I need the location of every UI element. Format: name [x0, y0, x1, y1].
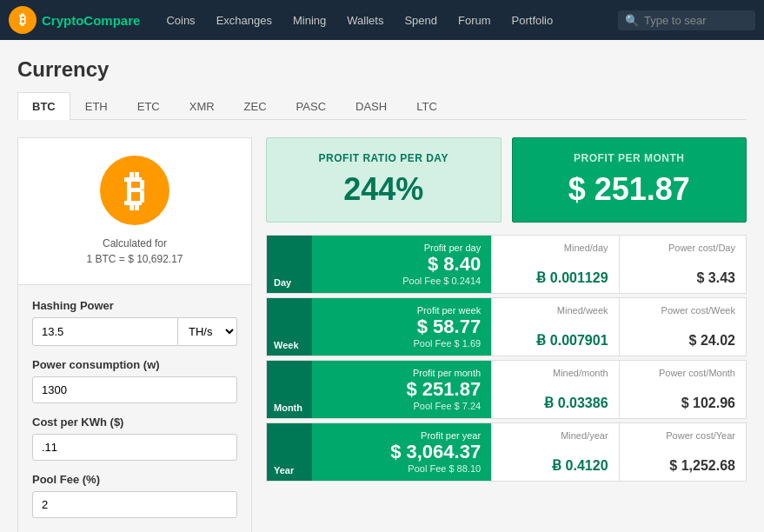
ratio-label: PROFIT RATIO PER DAY: [284, 152, 483, 164]
nav-forum[interactable]: Forum: [449, 3, 500, 37]
profit-row-month: Month Profit per month $ 251.87 Pool Fee…: [266, 360, 747, 419]
nav-wallets[interactable]: Wallets: [338, 3, 392, 37]
navbar: ₿ CryptoCompare Coins Exchanges Mining W…: [0, 0, 764, 40]
main-grid: ₿ Calculated for 1 BTC = $ 10,692.17 Has…: [17, 137, 747, 532]
mined-day: Mined/day Ƀ 0.001129: [491, 236, 618, 293]
power-month: Power cost/Month $ 102.96: [619, 361, 746, 418]
profit-main-week: Profit per week $ 58.77 Pool Fee $ 1.69: [312, 298, 491, 356]
profit-fee-year: Pool Fee $ 88.10: [322, 463, 481, 474]
pool-label: Pool Fee (%): [32, 473, 237, 486]
power-label: Power consumption (w): [32, 358, 237, 371]
mined-title-month: Mined/month: [502, 368, 608, 378]
tab-xmr[interactable]: XMR: [175, 92, 229, 120]
profit-fee-week: Pool Fee $ 1.69: [322, 338, 481, 349]
month-value: $ 251.87: [530, 171, 729, 208]
tab-btc[interactable]: BTC: [17, 92, 70, 120]
profit-fee-month: Pool Fee $ 7.24: [322, 401, 481, 411]
mined-year: Mined/year Ƀ 0.4120: [491, 423, 618, 481]
profit-title-day: Profit per day: [322, 243, 481, 253]
pool-input[interactable]: [32, 491, 237, 518]
period-label-day: Day: [267, 236, 312, 293]
page-title: Currency: [17, 57, 747, 82]
power-title-year: Power cost/Year: [630, 430, 735, 441]
hashing-unit-select[interactable]: TH/s GH/s MH/s: [178, 317, 237, 346]
profit-main-month: Profit per month $ 251.87 Pool Fee $ 7.2…: [312, 361, 491, 418]
nav-coins[interactable]: Coins: [157, 3, 203, 37]
profit-title-year: Profit per year: [322, 430, 481, 441]
right-panel: PROFIT RATIO PER DAY 244% PROFIT PER MON…: [266, 137, 747, 532]
search-icon: 🔍: [625, 14, 639, 27]
coin-display: ₿ Calculated for 1 BTC = $ 10,692.17: [17, 137, 252, 285]
logo[interactable]: ₿ CryptoCompare: [9, 6, 140, 34]
cost-input[interactable]: [32, 434, 237, 461]
currency-tabs: BTC ETH ETC XMR ZEC PASC DASH LTC: [17, 92, 747, 120]
nav-mining[interactable]: Mining: [284, 3, 335, 37]
profit-main-year: Profit per year $ 3,064.37 Pool Fee $ 88…: [312, 423, 491, 481]
profit-row-day: Day Profit per day $ 8.40 Pool Fee $ 0.2…: [266, 235, 747, 294]
profit-title-week: Profit per week: [322, 305, 481, 316]
mined-month: Mined/month Ƀ 0.03386: [491, 361, 618, 418]
power-title-month: Power cost/Month: [630, 368, 735, 378]
tab-dash[interactable]: DASH: [341, 92, 402, 120]
mined-value-month: Ƀ 0.03386: [502, 395, 608, 411]
power-week: Power cost/Week $ 24.02: [619, 298, 746, 356]
pool-group: Pool Fee (%): [32, 473, 237, 518]
profit-fee-day: Pool Fee $ 0.2414: [322, 276, 481, 286]
mined-title-year: Mined/year: [502, 430, 608, 441]
mined-value-day: Ƀ 0.001129: [502, 269, 608, 286]
profit-row-week: Week Profit per week $ 58.77 Pool Fee $ …: [266, 297, 747, 356]
tab-zec[interactable]: ZEC: [229, 92, 282, 120]
mined-value-year: Ƀ 0.4120: [502, 457, 608, 474]
nav-spend[interactable]: Spend: [395, 3, 446, 37]
profit-row-year: Year Profit per year $ 3,064.37 Pool Fee…: [266, 422, 747, 482]
profit-rows: Day Profit per day $ 8.40 Pool Fee $ 0.2…: [266, 235, 747, 482]
power-value-day: $ 3.43: [630, 270, 735, 286]
form-section: Hashing Power TH/s GH/s MH/s Power consu…: [17, 285, 252, 532]
month-card: PROFIT PER MONTH $ 251.87: [512, 137, 747, 223]
cost-label: Cost per KWh ($): [32, 416, 237, 429]
nav-portfolio[interactable]: Portfolio: [503, 3, 562, 37]
top-stats: PROFIT RATIO PER DAY 244% PROFIT PER MON…: [266, 137, 747, 223]
profit-amount-month: $ 251.87: [322, 378, 481, 401]
logo-text: CryptoCompare: [42, 13, 140, 28]
power-group: Power consumption (w): [32, 358, 237, 403]
month-label: PROFIT PER MONTH: [530, 152, 729, 164]
nav-links: Coins Exchanges Mining Wallets Spend For…: [157, 3, 618, 37]
tab-etc[interactable]: ETC: [123, 92, 175, 120]
profit-title-month: Profit per month: [322, 368, 481, 378]
profit-main-day: Profit per day $ 8.40 Pool Fee $ 0.2414: [312, 236, 491, 293]
hashing-label: Hashing Power: [32, 299, 237, 312]
calc-for: Calculated for 1 BTC = $ 10,692.17: [36, 236, 234, 267]
left-panel: ₿ Calculated for 1 BTC = $ 10,692.17 Has…: [17, 137, 252, 532]
power-year: Power cost/Year $ 1,252.68: [619, 423, 746, 481]
nav-exchanges[interactable]: Exchanges: [208, 3, 281, 37]
page-content: Currency BTC ETH ETC XMR ZEC PASC DASH L…: [0, 40, 764, 532]
cost-group: Cost per KWh ($): [32, 416, 237, 461]
mined-value-week: Ƀ 0.007901: [502, 332, 608, 349]
power-value-year: $ 1,252.68: [630, 458, 735, 474]
hashing-group: Hashing Power TH/s GH/s MH/s: [32, 299, 237, 346]
power-value-month: $ 102.96: [630, 396, 735, 411]
mined-title-day: Mined/day: [502, 243, 608, 253]
bitcoin-logo: ₿: [100, 156, 169, 225]
search-bar: 🔍: [618, 10, 755, 30]
power-value-week: $ 24.02: [630, 333, 735, 349]
tab-ltc[interactable]: LTC: [402, 92, 452, 120]
tab-pasc[interactable]: PASC: [282, 92, 341, 120]
logo-icon: ₿: [9, 6, 37, 34]
power-input[interactable]: [32, 376, 237, 403]
period-label-month: Month: [267, 361, 312, 418]
mined-title-week: Mined/week: [502, 305, 608, 316]
mined-week: Mined/week Ƀ 0.007901: [491, 298, 618, 356]
hashing-input[interactable]: [32, 317, 178, 346]
hashing-input-group: TH/s GH/s MH/s: [32, 317, 237, 346]
tab-eth[interactable]: ETH: [70, 92, 123, 120]
profit-amount-week: $ 58.77: [322, 316, 481, 338]
power-title-day: Power cost/Day: [630, 243, 735, 253]
period-label-week: Week: [267, 298, 312, 356]
ratio-value: 244%: [284, 171, 483, 208]
period-label-year: Year: [267, 423, 312, 481]
profit-amount-day: $ 8.40: [322, 253, 481, 276]
power-title-week: Power cost/Week: [630, 305, 735, 316]
search-input[interactable]: [644, 14, 748, 27]
